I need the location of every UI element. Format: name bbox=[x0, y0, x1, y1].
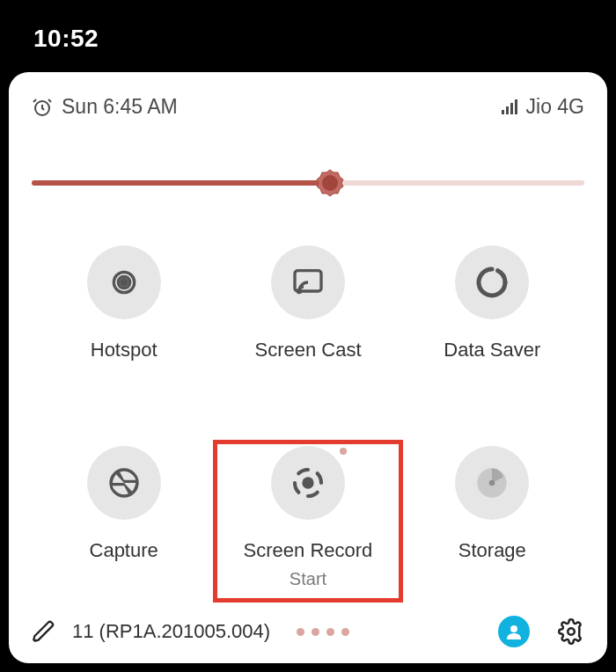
tile-capture[interactable]: Capture bbox=[32, 442, 216, 600]
storage-icon bbox=[455, 446, 529, 520]
tile-label: Hotspot bbox=[91, 339, 158, 362]
tile-screenrecord[interactable]: Screen RecordStart bbox=[216, 442, 400, 600]
notification-dot bbox=[340, 448, 347, 455]
tile-hotspot[interactable]: Hotspot bbox=[32, 242, 216, 372]
tile-storage[interactable]: Storage bbox=[400, 442, 584, 600]
slider-fill bbox=[32, 180, 330, 186]
svg-point-9 bbox=[302, 477, 313, 488]
tile-screencast[interactable]: Screen Cast bbox=[216, 242, 400, 372]
edit-icon[interactable] bbox=[32, 619, 56, 644]
device-clock: 10:52 bbox=[33, 25, 99, 53]
svg-rect-1 bbox=[502, 110, 504, 114]
svg-point-8 bbox=[297, 289, 300, 292]
tile-label: Storage bbox=[458, 539, 526, 562]
hotspot-icon bbox=[87, 245, 161, 319]
svg-rect-2 bbox=[506, 106, 509, 114]
svg-point-11 bbox=[489, 480, 495, 486]
alarm-time-text: Sun 6:45 AM bbox=[62, 95, 178, 119]
carrier-text: Jio 4G bbox=[526, 95, 584, 119]
page-dot bbox=[297, 628, 304, 636]
screencast-icon bbox=[271, 245, 345, 319]
datasaver-icon bbox=[455, 245, 529, 319]
settings-gear-icon[interactable] bbox=[558, 618, 584, 645]
brightness-thumb-icon[interactable] bbox=[315, 168, 345, 198]
page-indicator[interactable] bbox=[297, 628, 349, 636]
quick-settings-panel: Sun 6:45 AM Jio 4G HotspotScreen CastDat bbox=[9, 72, 607, 663]
quick-settings-tiles: HotspotScreen CastData SaverCaptureScree… bbox=[32, 242, 584, 600]
tile-datasaver[interactable]: Data Saver bbox=[400, 242, 584, 372]
svg-rect-4 bbox=[515, 99, 517, 114]
signal-icon bbox=[500, 99, 519, 116]
svg-point-12 bbox=[510, 625, 517, 632]
tile-label: Screen Cast bbox=[254, 339, 361, 362]
page-dot bbox=[341, 628, 349, 636]
svg-rect-3 bbox=[510, 103, 513, 114]
screenrecord-icon bbox=[271, 446, 345, 520]
tile-sublabel: Start bbox=[290, 569, 326, 589]
page-dot bbox=[326, 628, 334, 636]
status-bar: Sun 6:45 AM Jio 4G bbox=[32, 95, 584, 119]
alarm-icon bbox=[32, 97, 53, 118]
page-dot bbox=[312, 628, 319, 636]
svg-point-13 bbox=[568, 628, 575, 635]
bottom-bar: 11 (RP1A.201005.004) bbox=[32, 600, 584, 647]
brightness-slider[interactable] bbox=[32, 172, 584, 194]
avatar-icon bbox=[498, 616, 530, 647]
capture-icon bbox=[87, 446, 161, 520]
profile-switcher-button[interactable] bbox=[498, 616, 530, 647]
tile-label: Data Saver bbox=[444, 339, 540, 362]
tile-label: Capture bbox=[90, 539, 158, 562]
svg-point-6 bbox=[121, 280, 127, 286]
build-version-text: 11 (RP1A.201005.004) bbox=[72, 620, 270, 643]
tile-label: Screen Record bbox=[244, 539, 373, 562]
